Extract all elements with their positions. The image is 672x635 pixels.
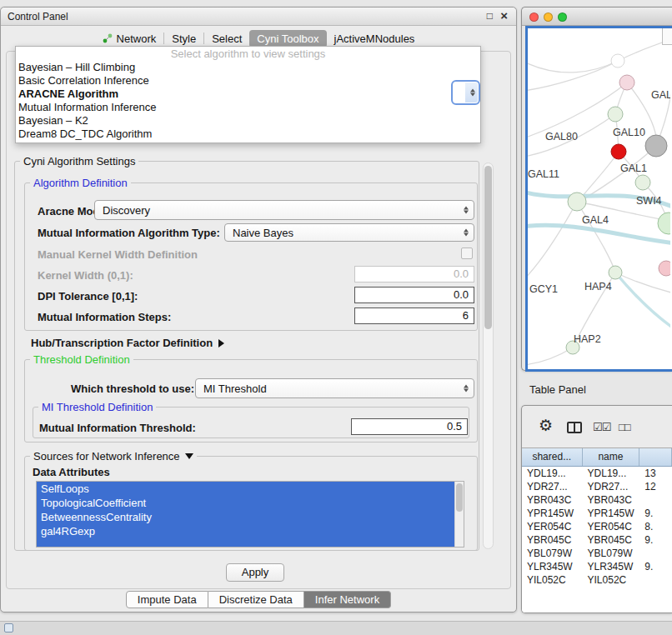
tab-label: Style	[172, 32, 196, 45]
network-node[interactable]	[658, 212, 670, 234]
table-row[interactable]: YPR145W YPR145W 9.	[522, 507, 672, 520]
list-item[interactable]: TopologicalCoefficient	[37, 496, 454, 510]
network-window: GAL GAL80 GAL10 GAL11 GAL1 SWI4 GAL4 GCY…	[521, 7, 672, 371]
sources-collapse-header[interactable]: Sources for Network Inference	[30, 450, 197, 462]
table-row[interactable]: YLR345W YLR345W 9.	[522, 560, 672, 573]
list-item-partial[interactable]	[37, 538, 454, 548]
node-label: SWI4	[636, 195, 662, 207]
network-canvas[interactable]: GAL GAL80 GAL10 GAL11 GAL1 SWI4 GAL4 GCY…	[525, 26, 672, 372]
dropdown-item[interactable]: Dream8 DC_TDC Algorithm	[16, 128, 480, 141]
table-cell	[639, 573, 672, 587]
tab-style[interactable]: Style	[164, 30, 203, 48]
select-all-icon[interactable]: ☑☑	[593, 421, 610, 433]
table-cell: 9.	[639, 507, 672, 520]
node-table: shared... name YDL19... YDL19... 13 YDR2…	[522, 448, 672, 612]
dropdown-item[interactable]: Basic Correlation Inference	[16, 74, 480, 88]
tab-impute-data[interactable]: Impute Data	[126, 591, 208, 608]
table-row[interactable]: YBR043C YBR043C	[522, 493, 672, 507]
close-traffic-light-icon[interactable]	[529, 12, 539, 22]
which-threshold-combo[interactable]: MI Threshold	[195, 378, 474, 398]
table-cell: 13	[639, 467, 672, 480]
network-node[interactable]	[611, 144, 626, 159]
network-node[interactable]	[635, 175, 650, 190]
list-item[interactable]: gal4RGexp	[37, 524, 454, 538]
mi-threshold-field[interactable]: 0.5	[351, 418, 468, 435]
dpi-tolerance-label: DPI Tolerance [0,1]:	[38, 290, 138, 302]
table-cell: YDR27...	[522, 480, 583, 493]
column-header[interactable]: shared...	[522, 448, 583, 466]
network-icon	[103, 33, 113, 43]
dropdown-item[interactable]: Bayesian – K2	[16, 114, 480, 128]
tab-cyni-toolbox[interactable]: Cyni Toolbox	[249, 30, 326, 48]
table-cell: YDR27...	[583, 480, 640, 493]
mi-steps-label: Mutual Information Steps:	[38, 311, 171, 323]
manual-kernel-width-label: Manual Kernel Width Definition	[38, 248, 198, 261]
zoom-traffic-light-icon[interactable]	[558, 12, 567, 22]
network-node[interactable]	[611, 54, 624, 68]
column-header[interactable]	[639, 448, 672, 466]
float-window-icon[interactable]: □	[487, 10, 493, 22]
node-label: GAL10	[613, 127, 645, 138]
list-items: SelfLoops TopologicalCoefficient Between…	[37, 482, 454, 547]
network-node[interactable]	[609, 266, 622, 279]
tab-label: Select	[212, 32, 242, 45]
network-node[interactable]	[659, 261, 670, 276]
table-cell: YPR145W	[583, 507, 640, 520]
scrollbar-thumb[interactable]	[456, 483, 463, 512]
network-node[interactable]	[568, 192, 586, 211]
hub-definition-expander[interactable]: Hub/Transcription Factor Definition	[31, 337, 224, 349]
dropdown-item-selected[interactable]: ARACNE Algorithm	[16, 88, 480, 101]
combo-value: Discovery	[103, 204, 150, 217]
column-layout-icon[interactable]	[567, 422, 582, 433]
table-row[interactable]: YDR27... YDR27... 12	[522, 480, 672, 493]
node-label: GAL80	[545, 131, 578, 142]
combo-stepper-icon	[464, 207, 469, 214]
tab-discretize-data[interactable]: Discretize Data	[208, 591, 304, 608]
list-item[interactable]: SelfLoops	[37, 482, 454, 496]
table-cell: YER054C	[522, 520, 583, 533]
settings-scrollbar[interactable]	[483, 162, 494, 549]
list-item[interactable]: BetweennessCentrality	[37, 510, 454, 524]
collapse-arrow-icon	[185, 453, 193, 459]
tab-network[interactable]: Network	[95, 30, 164, 48]
dropdown-item[interactable]: Bayesian – Hill Climbing	[16, 61, 480, 74]
table-cell: 12	[639, 480, 672, 493]
column-header[interactable]: name	[583, 448, 640, 466]
gear-icon[interactable]: ⚙	[539, 416, 553, 435]
tab-infer-network[interactable]: Infer Network	[304, 591, 391, 608]
group-title: Threshold Definition	[30, 353, 133, 366]
canvas-scrollbar-corner	[662, 28, 672, 45]
scrollbar-thumb[interactable]	[484, 166, 492, 329]
table-row[interactable]: YBL079W YBL079W	[522, 547, 672, 560]
dpi-tolerance-field[interactable]: 0.0	[354, 287, 474, 303]
algorithm-combo-fragment[interactable]	[451, 80, 480, 105]
minimize-traffic-light-icon[interactable]	[544, 12, 553, 22]
aracne-mode-combo[interactable]: Discovery	[94, 200, 474, 220]
table-row[interactable]: YBR045C YBR045C 9.	[522, 533, 672, 547]
deselect-all-icon[interactable]: □□	[619, 421, 630, 433]
table-cell	[639, 493, 672, 507]
tab-label: jActiveMNodules	[334, 32, 415, 45]
combo-stepper-icon	[464, 229, 469, 237]
mi-algorithm-type-combo[interactable]: Naive Bayes	[224, 223, 474, 242]
dropdown-item[interactable]: Mutual Information Inference	[16, 101, 480, 114]
tab-select[interactable]: Select	[204, 30, 249, 48]
table-row[interactable]: YIL052C YIL052C	[522, 573, 672, 587]
network-node[interactable]	[645, 135, 667, 157]
panel-dock-icon[interactable]	[4, 623, 13, 632]
table-cell: YER054C	[583, 520, 640, 533]
apply-button[interactable]: Apply	[226, 563, 284, 582]
network-node[interactable]	[619, 75, 634, 90]
list-scrollbar[interactable]	[454, 482, 464, 547]
table-row[interactable]: YER054C YER054C 8.	[522, 520, 672, 533]
expand-arrow-icon	[218, 339, 224, 348]
mi-steps-field[interactable]: 6	[354, 308, 474, 324]
combo-value: MI Threshold	[203, 382, 267, 395]
table-cell	[639, 547, 672, 560]
table-cell: YBL079W	[583, 547, 640, 560]
table-panel-title: Table Panel	[529, 383, 586, 396]
table-row[interactable]: YDL19... YDL19... 13	[522, 467, 672, 480]
network-node[interactable]	[608, 107, 623, 122]
close-window-icon[interactable]: ×	[500, 8, 508, 22]
tab-jactivemnodules[interactable]: jActiveMNodules	[327, 30, 423, 48]
